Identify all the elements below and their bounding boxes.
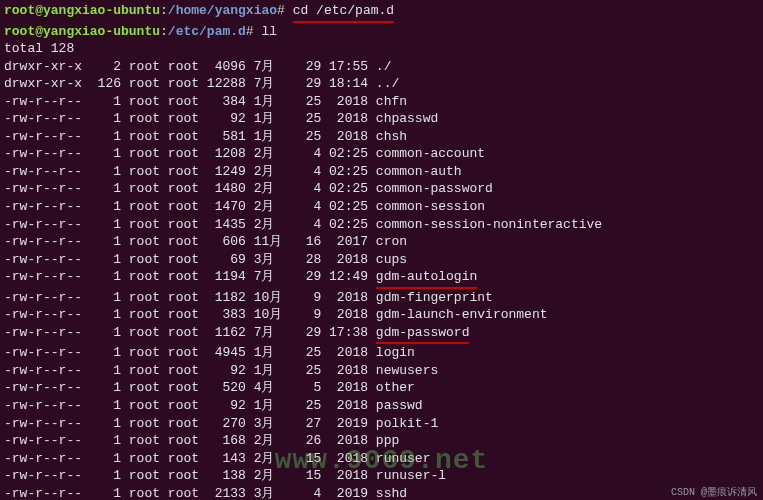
- file-name: common-account: [376, 146, 485, 161]
- file-name: gdm-autologin: [376, 268, 477, 289]
- file-name: chpasswd: [376, 111, 438, 126]
- file-name: passwd: [376, 398, 423, 413]
- file-row: -rw-r--r-- 1 root root 2133 3月 4 2019 ss…: [4, 485, 759, 500]
- file-name: chfn: [376, 94, 407, 109]
- file-name: newusers: [376, 363, 438, 378]
- file-name: common-auth: [376, 164, 462, 179]
- file-listing: drwxr-xr-x 2 root root 4096 7月 29 17:55 …: [4, 58, 759, 500]
- file-row: -rw-r--r-- 1 root root 581 1月 25 2018 ch…: [4, 128, 759, 146]
- command-cd: cd /etc/pam.d: [293, 2, 394, 23]
- file-row: -rw-r--r-- 1 root root 1208 2月 4 02:25 c…: [4, 145, 759, 163]
- file-row: -rw-r--r-- 1 root root 384 1月 25 2018 ch…: [4, 93, 759, 111]
- file-row: -rw-r--r-- 1 root root 92 1月 25 2018 new…: [4, 362, 759, 380]
- file-row: -rw-r--r-- 1 root root 143 2月 15 2018 ru…: [4, 450, 759, 468]
- file-name: chsh: [376, 129, 407, 144]
- file-row: -rw-r--r-- 1 root root 1182 10月 9 2018 g…: [4, 289, 759, 307]
- file-name: gdm-password: [376, 324, 470, 345]
- terminal-output[interactable]: root@yangxiao-ubuntu:/home/yangxiao# cd …: [4, 2, 759, 500]
- file-name: login: [376, 345, 415, 360]
- file-name: runuser-l: [376, 468, 446, 483]
- prompt-line-1: root@yangxiao-ubuntu:/home/yangxiao# cd …: [4, 2, 759, 23]
- file-row: -rw-r--r-- 1 root root 1435 2月 4 02:25 c…: [4, 216, 759, 234]
- file-row: drwxr-xr-x 126 root root 12288 7月 29 18:…: [4, 75, 759, 93]
- file-name: sshd: [376, 486, 407, 500]
- file-name: runuser: [376, 451, 431, 466]
- file-name: gdm-fingerprint: [376, 290, 493, 305]
- prompt-symbol: #: [246, 24, 254, 39]
- prompt-symbol: #: [277, 3, 285, 18]
- file-name: other: [376, 380, 415, 395]
- file-row: -rw-r--r-- 1 root root 69 3月 28 2018 cup…: [4, 251, 759, 269]
- file-name: common-session-noninteractive: [376, 217, 602, 232]
- file-row: -rw-r--r-- 1 root root 520 4月 5 2018 oth…: [4, 379, 759, 397]
- file-row: -rw-r--r-- 1 root root 4945 1月 25 2018 l…: [4, 344, 759, 362]
- file-name: cups: [376, 252, 407, 267]
- file-row: -rw-r--r-- 1 root root 168 2月 26 2018 pp…: [4, 432, 759, 450]
- file-name: cron: [376, 234, 407, 249]
- file-row: -rw-r--r-- 1 root root 383 10月 9 2018 gd…: [4, 306, 759, 324]
- file-row: -rw-r--r-- 1 root root 1470 2月 4 02:25 c…: [4, 198, 759, 216]
- file-row: -rw-r--r-- 1 root root 138 2月 15 2018 ru…: [4, 467, 759, 485]
- file-name: ppp: [376, 433, 399, 448]
- file-name: ../: [376, 76, 399, 91]
- file-row: -rw-r--r-- 1 root root 270 3月 27 2019 po…: [4, 415, 759, 433]
- command-ll: ll: [261, 24, 277, 39]
- file-name: ./: [376, 59, 392, 74]
- user-host: root@yangxiao-ubuntu: [4, 24, 160, 39]
- footer-credit: CSDN @墨痕诉清风: [671, 486, 757, 500]
- file-name: common-session: [376, 199, 485, 214]
- file-row: -rw-r--r-- 1 root root 606 11月 16 2017 c…: [4, 233, 759, 251]
- file-row: -rw-r--r-- 1 root root 1249 2月 4 02:25 c…: [4, 163, 759, 181]
- file-row: -rw-r--r-- 1 root root 92 1月 25 2018 chp…: [4, 110, 759, 128]
- file-name: gdm-launch-environment: [376, 307, 548, 322]
- cwd: /home/yangxiao: [168, 3, 277, 18]
- file-name: common-password: [376, 181, 493, 196]
- cwd: /etc/pam.d: [168, 24, 246, 39]
- user-host: root@yangxiao-ubuntu: [4, 3, 160, 18]
- file-row: -rw-r--r-- 1 root root 1480 2月 4 02:25 c…: [4, 180, 759, 198]
- file-row: drwxr-xr-x 2 root root 4096 7月 29 17:55 …: [4, 58, 759, 76]
- total-line: total 128: [4, 40, 759, 58]
- file-row: -rw-r--r-- 1 root root 1194 7月 29 12:49 …: [4, 268, 759, 289]
- prompt-line-2: root@yangxiao-ubuntu:/etc/pam.d# ll: [4, 23, 759, 41]
- file-row: -rw-r--r-- 1 root root 1162 7月 29 17:38 …: [4, 324, 759, 345]
- file-name: polkit-1: [376, 416, 438, 431]
- file-row: -rw-r--r-- 1 root root 92 1月 25 2018 pas…: [4, 397, 759, 415]
